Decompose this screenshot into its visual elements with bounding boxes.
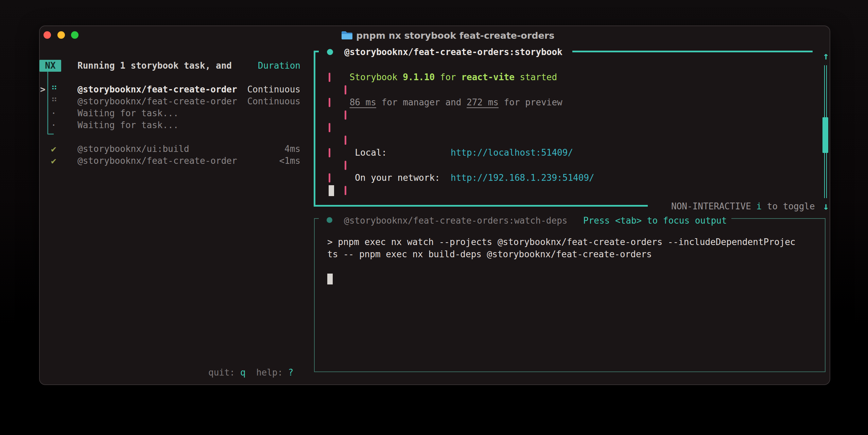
- storybook-output-line: 86 ms for manager and 272 ms for preview: [328, 96, 824, 109]
- storybook-output-line: [328, 109, 824, 121]
- watch-panel-bottom-border: [314, 371, 826, 372]
- task-row: ✔@storybooknx/feat-create-order<1ms: [39, 155, 308, 167]
- terminal-screen: pnpm nx storybook feat-create-orders NX …: [0, 0, 868, 435]
- watch-command-line: ts -- pnpm exec nx build-deps @storybook…: [327, 248, 823, 260]
- watch-panel-top-stub: [314, 218, 319, 219]
- storybook-panel-bottom-border: [314, 205, 648, 207]
- watch-command-line: > pnpm exec nx watch --projects @storybo…: [327, 236, 823, 248]
- spinner-icon: ⠛: [51, 84, 57, 95]
- text-segment: Local:: [328, 147, 387, 158]
- task-name: @storybooknx/ui:build: [77, 143, 189, 155]
- storybook-panel-left-border: [314, 51, 315, 206]
- pink-pipe-bar: [329, 73, 330, 82]
- task-name: @storybooknx/feat-create-order: [77, 95, 237, 107]
- check-icon: ✔: [51, 155, 56, 167]
- scrollbar-up-arrow-icon[interactable]: ↑: [820, 50, 832, 62]
- watch-panel-right-border: [825, 218, 826, 372]
- pink-pipe-bar: [329, 123, 330, 132]
- task-row: ✔@storybooknx/ui:build4ms: [39, 143, 308, 155]
- local-url-link[interactable]: http://localhost:51409/: [451, 147, 573, 158]
- task-name: Waiting for task...: [77, 119, 178, 131]
- scrollbar-thumb[interactable]: [822, 117, 828, 153]
- text-segment: 272 ms: [467, 97, 499, 107]
- text-segment: On your network:: [328, 173, 440, 183]
- text-segment: Storybook: [328, 72, 403, 82]
- task-duration: Continuous: [247, 95, 300, 107]
- pink-pipe-bar: [345, 186, 346, 195]
- text-segment: for: [435, 72, 461, 82]
- quit-key: q: [240, 367, 246, 378]
- text-segment: react-vite: [461, 72, 515, 82]
- storybook-output-line: Local: http://localhost:51409/: [328, 146, 824, 159]
- task-row: ·Waiting for task...: [39, 107, 308, 119]
- pink-pipe-bar: [329, 173, 330, 182]
- text-segment: 9.1.10: [403, 72, 435, 82]
- spinner-icon: ⠛: [51, 95, 57, 107]
- watch-task-status-dot: [327, 217, 332, 223]
- pink-pipe-bar: [345, 161, 346, 170]
- terminal-cursor: [329, 185, 334, 196]
- help-label: help:: [256, 367, 283, 378]
- watch-panel-title: @storybooknx/feat-create-orders:watch-de…: [344, 214, 567, 227]
- pink-pipe-bar: [345, 85, 346, 94]
- quit-label: quit:: [208, 367, 235, 378]
- watch-panel-left-border: [314, 218, 315, 372]
- storybook-output-line: [328, 159, 824, 172]
- storybook-output-line: [328, 134, 824, 146]
- text-segment: for manager and: [376, 97, 467, 107]
- noninteractive-footer: NON-INTERACTIVE i to toggle: [671, 200, 815, 213]
- task-name: Waiting for task...: [77, 107, 178, 119]
- noninteractive-label: NON-INTERACTIVE: [671, 201, 751, 211]
- storybook-output-line: [328, 84, 824, 96]
- text-segment: 86 ms: [350, 97, 376, 107]
- storybook-task-status-dot: [327, 49, 333, 55]
- scrollbar-down-arrow-icon[interactable]: ↓: [820, 200, 832, 212]
- window-title: pnpm nx storybook feat-create-orders: [356, 30, 554, 41]
- task-duration: <1ms: [279, 155, 300, 167]
- task-row: ⠛@storybooknx/feat-create-orderContinuou…: [39, 95, 308, 107]
- toggle-suffix: to toggle: [767, 201, 815, 211]
- pink-pipe-bar: [345, 136, 346, 145]
- task-row: ·Waiting for task...: [39, 119, 308, 131]
- text-segment: [387, 147, 451, 158]
- waiting-dot-icon: ·: [51, 119, 56, 131]
- network-url-link[interactable]: http://192.168.1.239:51409/: [451, 173, 594, 183]
- selected-task-caret: >: [40, 84, 46, 95]
- text-segment: for preview: [499, 97, 562, 107]
- terminal-cursor: [327, 274, 333, 284]
- storybook-panel-top-border: [572, 51, 813, 52]
- toggle-key: i: [756, 201, 762, 211]
- text-segment: started: [515, 72, 557, 82]
- help-key: ?: [288, 367, 294, 378]
- task-name: @storybooknx/feat-create-order: [77, 84, 237, 95]
- pink-pipe-bar: [329, 98, 330, 107]
- storybook-output-line: [328, 184, 824, 197]
- keyboard-hints-footer: quit: q help: ?: [208, 367, 294, 379]
- pink-pipe-bar: [345, 110, 346, 120]
- text-segment: [328, 97, 350, 107]
- storybook-output-line: On your network: http://192.168.1.239:51…: [328, 172, 824, 184]
- watch-panel-top-border: [731, 218, 826, 219]
- task-name: @storybooknx/feat-create-order: [77, 155, 237, 167]
- storybook-output-line: Storybook 9.1.10 for react-vite started: [328, 71, 824, 84]
- storybook-panel-top-stub: [314, 51, 319, 52]
- storybook-output-line: [328, 121, 824, 134]
- folder-icon: [341, 30, 353, 42]
- task-duration: 4ms: [284, 143, 300, 155]
- text-segment: [440, 173, 451, 183]
- focus-output-hint: Press <tab> to focus output: [583, 214, 727, 227]
- task-duration: Continuous: [247, 84, 300, 95]
- task-row: >⠛@storybooknx/feat-create-orderContinuo…: [39, 84, 308, 95]
- storybook-panel-title: @storybooknx/feat-create-orders:storyboo…: [344, 46, 562, 58]
- waiting-dot-icon: ·: [51, 107, 56, 119]
- check-icon: ✔: [51, 143, 56, 155]
- pink-pipe-bar: [329, 148, 330, 157]
